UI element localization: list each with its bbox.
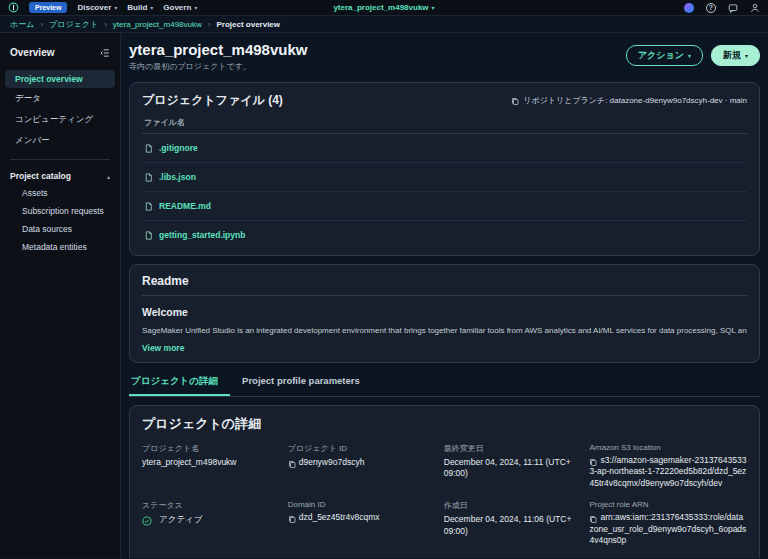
breadcrumb-projects[interactable]: プロジェクト (49, 19, 98, 30)
project-details-title: プロジェクトの詳細 (142, 415, 747, 433)
sidebar-item-assets[interactable]: Assets (0, 184, 120, 202)
field-project-id: プロジェクト ID d9enyw9o7dscyh (288, 443, 430, 489)
sidebar-item-data-sources[interactable]: Data sources (0, 220, 120, 238)
preview-badge: Preview (29, 2, 67, 13)
breadcrumb: ホーム › プロジェクト › ytera_project_m498vukw › … (0, 16, 768, 33)
copy-icon[interactable] (511, 96, 519, 105)
breadcrumb-current: Project overview (216, 20, 280, 29)
field-project-role-arn: Project role ARN arn:aws:iam::2313764353… (589, 500, 747, 546)
chevron-down-icon: ▾ (194, 4, 197, 11)
sidebar-item-subscription-requests[interactable]: Subscription requests (0, 202, 120, 220)
page-subtitle: 寺内の最初のプロジェクトです。 (129, 61, 307, 72)
page-title: ytera_project_m498vukw (129, 41, 307, 58)
sidebar-item-computing[interactable]: コンピューティング (5, 110, 115, 130)
new-button[interactable]: 新規▾ (711, 45, 760, 66)
field-s3-location: Amazon S3 location s3://amazon-sagemaker… (589, 443, 747, 489)
readme-title: Readme (142, 274, 747, 296)
sidebar-item-members[interactable]: メンバー (5, 131, 115, 151)
chevron-down-icon: ▾ (745, 52, 748, 59)
file-link[interactable]: getting_started.ipynb (159, 230, 245, 240)
chevron-down-icon: ▾ (114, 4, 117, 11)
readme-card: Readme Welcome SageMaker Unified Studio … (129, 264, 760, 363)
project-selector[interactable]: ytera_project_m498vukw▾ (333, 3, 434, 12)
breadcrumb-home[interactable]: ホーム (10, 19, 34, 30)
status-badge: アクティブ (159, 514, 203, 525)
breadcrumb-separator: › (40, 20, 43, 29)
user-icon[interactable] (750, 0, 760, 17)
sidebar-item-metadata-entities[interactable]: Metadata entities (0, 238, 120, 256)
chevron-down-icon: ▾ (688, 52, 691, 59)
project-files-card: プロジェクトファイル (4) リポジトリとブランチ: datazone-d9en… (129, 82, 760, 256)
file-icon (144, 226, 153, 244)
sidebar: Overview Project overview データ コンピューティング … (0, 33, 121, 558)
file-icon (144, 168, 153, 186)
file-row: .gitignore (142, 134, 747, 163)
help-icon[interactable]: ? (706, 3, 716, 13)
file-link[interactable]: .gitignore (159, 143, 198, 153)
file-row: getting_started.ipynb (142, 221, 747, 246)
app-logo-icon[interactable] (8, 2, 19, 13)
breadcrumb-separator: › (208, 20, 211, 29)
chevron-down-icon: ▾ (432, 4, 435, 11)
sidebar-item-data[interactable]: データ (5, 89, 115, 109)
copy-icon[interactable] (288, 457, 299, 467)
breadcrumb-separator: › (104, 20, 107, 29)
menu-discover[interactable]: Discover▾ (77, 3, 117, 12)
chevron-down-icon: ▾ (150, 4, 153, 11)
readme-heading: Welcome (142, 306, 747, 318)
file-row: README.md (142, 192, 747, 221)
sidebar-header: Overview (10, 47, 54, 58)
file-row: .libs.json (142, 163, 747, 192)
sidebar-item-project-overview[interactable]: Project overview (5, 70, 115, 88)
feedback-icon[interactable] (728, 0, 738, 17)
main-content: ytera_project_m498vukw 寺内の最初のプロジェクトです。 ア… (121, 33, 768, 558)
field-project-name: プロジェクト名 ytera_project_m498vukw (142, 443, 274, 489)
readme-body: SageMaker Unified Studio is an integrate… (142, 326, 747, 335)
chevron-up-icon: ▴ (107, 173, 110, 180)
actions-button[interactable]: アクション▾ (626, 45, 703, 66)
breadcrumb-project-name[interactable]: ytera_project_m498vukw (113, 20, 202, 29)
file-icon (144, 197, 153, 215)
copy-icon[interactable] (589, 512, 600, 522)
amazon-q-icon[interactable] (684, 3, 694, 13)
field-created-date: 作成日 December 04, 2024, 11:06 (UTC+09:00) (444, 500, 576, 546)
tab-bar: プロジェクトの詳細 Project profile parameters (129, 373, 760, 397)
tab-project-details[interactable]: プロジェクトの詳細 (129, 373, 230, 396)
field-last-modified: 最終変更日 December 04, 2024, 11:11 (UTC+09:0… (444, 443, 576, 489)
top-nav: Preview Discover▾ Build▾ Govern▾ ytera_p… (0, 0, 768, 16)
collapse-panel-icon[interactable] (100, 43, 110, 61)
project-files-title: プロジェクトファイル (4) (142, 92, 283, 109)
file-link[interactable]: .libs.json (159, 172, 196, 182)
sidebar-group-project-catalog[interactable]: Project catalog ▴ (0, 168, 120, 184)
project-details-card: プロジェクトの詳細 プロジェクト名 ytera_project_m498vukw… (129, 405, 760, 558)
view-more-link[interactable]: View more (142, 343, 747, 353)
file-name-column-header: ファイル名 (142, 109, 747, 134)
file-icon (144, 139, 153, 157)
menu-govern[interactable]: Govern▾ (163, 3, 197, 12)
copy-icon[interactable] (589, 455, 600, 465)
repo-branch-label: リポジトリとブランチ: datazone-d9enyw9o7dscyh-dev … (523, 95, 747, 106)
field-domain-id: Domain ID dzd_5ez45tr4v8cqmx (288, 500, 430, 546)
copy-icon[interactable] (288, 512, 299, 522)
tab-project-profile-parameters[interactable]: Project profile parameters (230, 373, 372, 396)
menu-build[interactable]: Build▾ (127, 3, 153, 12)
field-status: ステータス アクティブ (142, 500, 274, 546)
check-circle-icon (142, 514, 155, 525)
file-link[interactable]: README.md (159, 201, 211, 211)
sidebar-divider (10, 159, 110, 160)
